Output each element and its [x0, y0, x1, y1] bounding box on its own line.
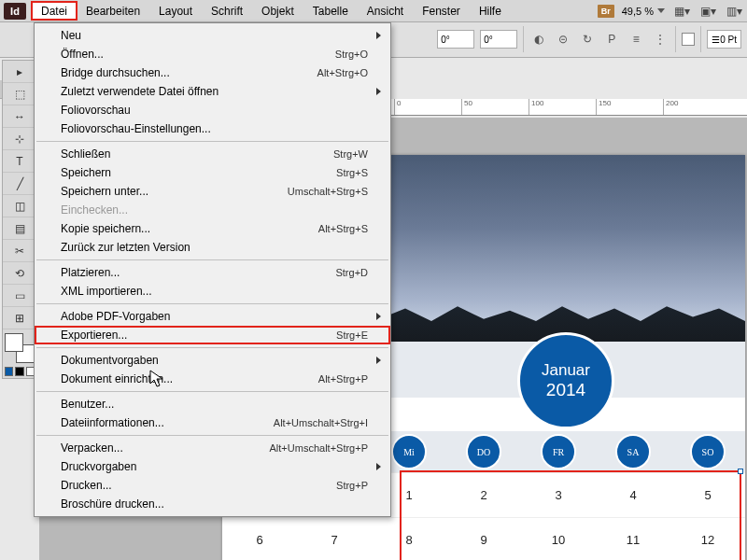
menu-layout[interactable]: Layout: [149, 2, 202, 21]
menu-item-shortcut: Strg+S: [336, 167, 368, 178]
menu-item-shortcut: Strg+O: [335, 49, 368, 60]
menu-item-label: Platzieren...: [61, 266, 120, 279]
menu-item-shortcut: Alt+Strg+P: [318, 373, 368, 385]
tool-button-10[interactable]: ▭: [3, 285, 36, 307]
menu-item-label: Zuletzt verwendete Datei öffnen: [61, 85, 218, 98]
menu-item-shortcut: Strg+D: [335, 267, 368, 278]
rotate-icon[interactable]: ↻: [578, 30, 597, 49]
menu-item-einchecken-: Einchecken...: [35, 201, 390, 219]
zoom-level[interactable]: 49,5 %: [622, 6, 665, 17]
menu-item-drucken-[interactable]: Drucken...Strg+P: [35, 476, 390, 495]
menu-item-speichern-unter-[interactable]: Speichern unter...Umschalt+Strg+S: [35, 182, 390, 201]
tool-button-4[interactable]: T: [3, 150, 36, 173]
menu-fenster[interactable]: Fenster: [413, 2, 470, 21]
p-icon[interactable]: P: [602, 30, 621, 49]
tool-button-0[interactable]: ▸: [3, 61, 36, 83]
stroke-weight[interactable]: ☰ 0 Pt: [707, 30, 741, 49]
menu-schrift[interactable]: Schrift: [202, 2, 252, 21]
menu-ansicht[interactable]: Ansicht: [358, 2, 413, 21]
menu-item-label: XML importieren...: [61, 285, 152, 298]
menu-item-bridge-durchsuchen-[interactable]: Bridge durchsuchen...Alt+Strg+O: [35, 63, 390, 82]
menu-item-shortcut: Strg+W: [333, 148, 368, 160]
menu-item-shortcut: Umschalt+Strg+S: [288, 186, 368, 197]
menu-item-label: Broschüre drucken...: [61, 497, 164, 511]
menu-item-label: Verpacken...: [61, 441, 123, 455]
calendar-cell: 2: [446, 472, 521, 517]
menu-item-speichern[interactable]: SpeichernStrg+S: [35, 163, 390, 182]
screen-mode-icon[interactable]: ▣▾: [698, 4, 717, 19]
flip-h-icon[interactable]: ◐: [529, 30, 548, 49]
menu-item-zuletzt-verwendete-datei-ffnen[interactable]: Zuletzt verwendete Datei öffnen: [35, 82, 390, 101]
menu-item-label: Adobe PDF-Vorgaben: [61, 310, 170, 323]
menu-item-foliovorschau-einstellungen-[interactable]: Foliovorschau-Einstellungen...: [35, 119, 390, 138]
menu-item-dokumentvorgaben[interactable]: Dokumentvorgaben: [35, 351, 390, 370]
align-icon[interactable]: ≡: [627, 30, 645, 49]
menu-item-label: Druckvorgaben: [61, 460, 136, 473]
month-badge: Januar 2014: [517, 332, 614, 429]
menu-objekt[interactable]: Objekt: [252, 2, 303, 21]
tool-button-8[interactable]: ✂: [3, 240, 36, 262]
fill-stroke-swatch[interactable]: [3, 331, 36, 365]
tool-button-6[interactable]: ◫: [3, 195, 36, 217]
tool-button-11[interactable]: ⊞: [3, 307, 36, 329]
tool-button-5[interactable]: ╱: [3, 173, 36, 195]
badge-month: Januar: [542, 361, 590, 380]
menu-hilfe[interactable]: Hilfe: [470, 2, 511, 21]
menu-bearbeiten[interactable]: Bearbeiten: [77, 2, 149, 21]
menu-item-label: Dokumentvorgaben: [61, 354, 159, 367]
calendar-cell: 6: [222, 517, 297, 560]
menu-separator: [36, 347, 388, 348]
menu-item-dateiinformationen-[interactable]: Dateiinformationen...Alt+Umschalt+Strg+I: [35, 413, 390, 432]
menu-item-adobe-pdf-vorgaben[interactable]: Adobe PDF-Vorgaben: [35, 307, 390, 326]
menu-item-label: Zurück zur letzten Version: [61, 241, 190, 254]
weekday-fr: FR: [541, 434, 576, 469]
menu-item-druckvorgaben[interactable]: Druckvorgaben: [35, 457, 390, 476]
shear-input[interactable]: [480, 30, 517, 49]
color-chips[interactable]: [3, 365, 36, 378]
menu-item-label: Speichern: [61, 166, 111, 179]
flip-v-icon[interactable]: ⊝: [554, 30, 572, 49]
menu-item-foliovorschau[interactable]: Foliovorschau: [35, 101, 390, 119]
arrange-icon[interactable]: ▥▾: [725, 4, 743, 19]
menu-item-label: Benutzer...: [61, 398, 114, 411]
menu-item-kopie-speichern-[interactable]: Kopie speichern...Alt+Strg+S: [35, 219, 390, 238]
menu-bar: Id Datei Bearbeiten Layout Schrift Objek…: [0, 0, 747, 22]
menu-item-neu[interactable]: Neu: [35, 26, 390, 45]
menu-separator: [36, 141, 388, 142]
fill-swatch[interactable]: [682, 33, 695, 46]
menu-item-schlie-en[interactable]: SchließenStrg+W: [35, 145, 390, 163]
menu-item-label: Öffnen...: [61, 48, 104, 61]
tool-button-3[interactable]: ⊹: [3, 128, 36, 150]
menu-separator: [36, 435, 388, 436]
rotation-input[interactable]: [437, 30, 474, 49]
menu-separator: [36, 391, 388, 392]
menu-item-label: Speichern unter...: [61, 185, 148, 198]
menu-item-platzieren-[interactable]: Platzieren...Strg+D: [35, 263, 390, 282]
menu-tabelle[interactable]: Tabelle: [303, 2, 358, 21]
menu-item-shortcut: Strg+E: [336, 329, 368, 341]
menu-item-benutzer-[interactable]: Benutzer...: [35, 395, 390, 413]
menu-item-dokument-einrichten-[interactable]: Dokument einrichten...Alt+Strg+P: [35, 370, 390, 388]
distribute-icon[interactable]: ⋮: [651, 30, 669, 49]
tool-button-9[interactable]: ⟲: [3, 262, 36, 285]
view-mode-icon[interactable]: ▦▾: [672, 4, 691, 19]
menu-item-shortcut: Alt+Umschalt+Strg+P: [270, 442, 368, 454]
tool-button-1[interactable]: ⬚: [3, 83, 36, 105]
menu-item-xml-importieren-[interactable]: XML importieren...: [35, 282, 390, 301]
menu-datei[interactable]: Datei: [32, 2, 77, 20]
menu-item-label: Exportieren...: [61, 329, 127, 342]
menu-item-brosch-re-drucken-[interactable]: Broschüre drucken...: [35, 495, 390, 513]
zoom-value: 49,5 %: [622, 6, 654, 17]
bridge-badge[interactable]: Br: [598, 5, 614, 18]
menu-item-label: Einchecken...: [61, 203, 128, 217]
tool-button-2[interactable]: ↔: [3, 105, 36, 128]
menu-item-shortcut: Strg+P: [336, 480, 368, 491]
tool-button-7[interactable]: ▤: [3, 217, 36, 240]
menu-item-exportieren-[interactable]: Exportieren...Strg+E: [35, 326, 390, 344]
menu-item-verpacken-[interactable]: Verpacken...Alt+Umschalt+Strg+P: [35, 439, 390, 457]
menu-item--ffnen-[interactable]: Öffnen...Strg+O: [35, 45, 390, 63]
menu-item-zur-ck-zur-letzten-version[interactable]: Zurück zur letzten Version: [35, 238, 390, 257]
menu-item-label: Drucken...: [61, 479, 112, 492]
menu-item-label: Neu: [61, 29, 81, 42]
calendar-cell: 7: [297, 517, 372, 560]
